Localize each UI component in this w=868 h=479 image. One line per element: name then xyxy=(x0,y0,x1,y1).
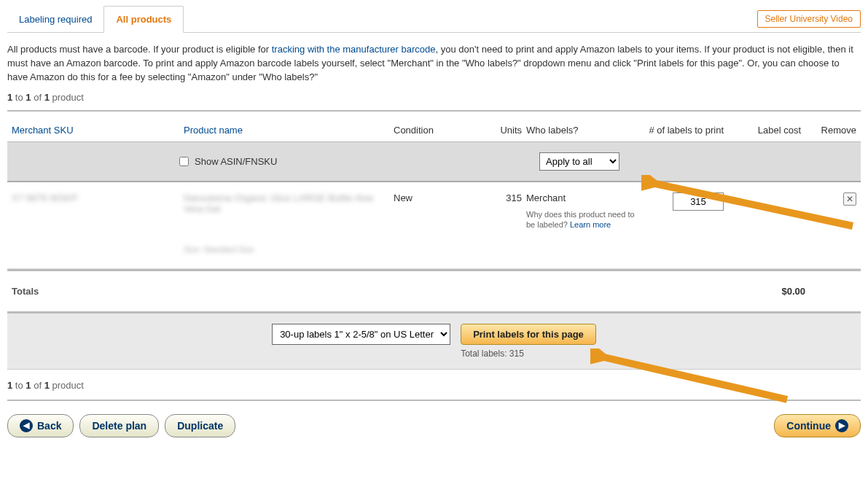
tab-labeling-required[interactable]: Labeling required xyxy=(7,7,103,32)
units-value: 315 xyxy=(471,192,522,203)
intro-text: All products must have a barcode. If you… xyxy=(7,43,861,85)
tab-all-products[interactable]: All products xyxy=(103,6,184,33)
totals-label: Totals xyxy=(12,286,179,297)
continue-button[interactable]: Continue ▶ xyxy=(774,414,861,437)
back-button[interactable]: ◀ Back xyxy=(7,414,74,437)
totals-cost: $0.00 xyxy=(732,286,805,297)
seller-university-button[interactable]: Seller University Video xyxy=(757,10,861,28)
barcode-link[interactable]: tracking with the manufacturer barcode xyxy=(272,44,436,55)
col-num-labels: # of labels to print xyxy=(644,125,724,136)
show-asin-toggle[interactable]: Show ASIN/FNSKU xyxy=(179,156,415,167)
col-who-labels: Who labels? xyxy=(526,125,639,136)
chevron-left-icon: ◀ xyxy=(20,419,33,432)
col-product-name[interactable]: Product name xyxy=(184,125,389,136)
col-merchant-sku[interactable]: Merchant SKU xyxy=(12,125,179,136)
total-labels-text: Total labels: 315 xyxy=(461,348,524,359)
delete-plan-button[interactable]: Delete plan xyxy=(79,414,159,437)
who-labels-value: Merchant xyxy=(526,192,639,203)
chevron-right-icon: ▶ xyxy=(835,419,848,432)
remove-row-button[interactable]: ✕ xyxy=(843,192,856,206)
duplicate-button[interactable]: Duplicate xyxy=(165,414,235,437)
condition-value: New xyxy=(394,192,466,203)
learn-more-link[interactable]: Learn more xyxy=(570,220,611,229)
product-name: Nanoskena Organic 16oz LARGE Bottle Aloe… xyxy=(184,192,389,254)
show-asin-checkbox[interactable] xyxy=(179,157,189,166)
col-units: Units xyxy=(471,125,522,136)
close-icon: ✕ xyxy=(846,194,853,204)
print-labels-button[interactable]: Print labels for this page xyxy=(461,324,596,345)
col-condition: Condition xyxy=(394,125,466,136)
sku-value: X7 IM76 WSKP xyxy=(12,192,179,203)
col-label-cost: Label cost xyxy=(728,125,801,136)
table-row: X7 IM76 WSKP Nanoskena Organic 16oz LARG… xyxy=(7,182,861,269)
labels-to-print-input[interactable] xyxy=(673,192,724,211)
apply-to-all-select[interactable]: Apply to all xyxy=(539,152,619,171)
label-sheet-select[interactable]: 30-up labels 1" x 2-5/8" on US Letter xyxy=(272,324,450,345)
pager-top: 1 to 1 of 1 product xyxy=(7,92,861,103)
pager-bottom: 1 to 1 of 1 product xyxy=(7,380,861,391)
col-remove: Remove xyxy=(805,125,856,136)
